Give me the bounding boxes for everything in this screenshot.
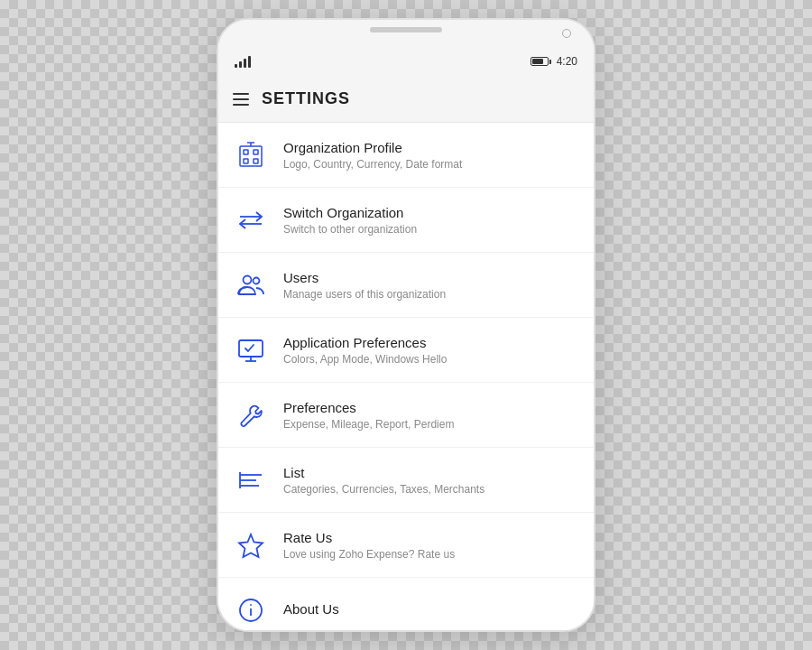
- battery-tip: [549, 60, 551, 64]
- item-text-about-us: About Us: [283, 601, 339, 619]
- status-time: 4:20: [557, 55, 577, 68]
- item-title-app-prefs: Application Preferences: [283, 335, 447, 350]
- item-text-users: Users Manage users of this organization: [283, 270, 446, 301]
- settings-item-switch-org[interactable]: Switch Organization Switch to other orga…: [218, 188, 594, 253]
- item-text-org-profile: Organization Profile Logo, Country, Curr…: [283, 140, 462, 171]
- battery-fill: [532, 59, 543, 64]
- item-text-list: List Categories, Currencies, Taxes, Merc…: [283, 465, 484, 496]
- list-icon: [235, 464, 267, 497]
- svg-point-10: [254, 277, 260, 283]
- item-title-about-us: About Us: [283, 601, 339, 617]
- phone-camera: [562, 29, 571, 38]
- item-title-switch-org: Switch Organization: [283, 205, 417, 220]
- item-subtitle-org-profile: Logo, Country, Currency, Date format: [283, 158, 462, 171]
- wrench-icon: [235, 399, 267, 432]
- signal-bar-2: [239, 61, 242, 68]
- settings-item-list[interactable]: List Categories, Currencies, Taxes, Merc…: [218, 448, 594, 513]
- settings-item-about-us[interactable]: About Us: [218, 578, 594, 630]
- phone-notch: [370, 27, 442, 32]
- hamburger-icon[interactable]: [233, 93, 249, 106]
- settings-item-preferences[interactable]: Preferences Expense, Mileage, Report, Pe…: [218, 383, 594, 448]
- monitor-icon: [235, 334, 267, 367]
- item-text-preferences: Preferences Expense, Mileage, Report, Pe…: [283, 400, 454, 431]
- hamburger-line-2: [233, 98, 249, 100]
- building-icon: [235, 139, 267, 172]
- item-subtitle-list: Categories, Currencies, Taxes, Merchants: [283, 483, 484, 496]
- phone-device: 4:20 SETTINGS: [217, 18, 595, 632]
- svg-rect-1: [244, 150, 248, 154]
- svg-marker-18: [239, 534, 263, 557]
- signal-bar-3: [244, 59, 246, 68]
- signal-icon: [235, 55, 251, 68]
- phone-content: 4:20 SETTINGS: [218, 47, 594, 630]
- item-subtitle-users: Manage users of this organization: [283, 288, 446, 301]
- settings-item-users[interactable]: Users Manage users of this organization: [218, 253, 594, 318]
- switch-icon: [235, 204, 267, 237]
- svg-rect-3: [244, 159, 248, 163]
- status-bar: 4:20: [218, 47, 594, 76]
- app-header: SETTINGS: [218, 76, 594, 123]
- svg-rect-2: [254, 150, 258, 154]
- item-subtitle-rate-us: Love using Zoho Expense? Rate us: [283, 548, 455, 561]
- svg-rect-4: [254, 159, 258, 163]
- signal-bar-1: [235, 64, 237, 68]
- item-title-org-profile: Organization Profile: [283, 140, 462, 155]
- phone-wrapper: 4:20 SETTINGS: [217, 18, 595, 632]
- item-subtitle-preferences: Expense, Mileage, Report, Perdiem: [283, 418, 454, 431]
- status-right: 4:20: [531, 55, 577, 68]
- item-text-rate-us: Rate Us Love using Zoho Expense? Rate us: [283, 530, 455, 561]
- item-text-app-prefs: Application Preferences Colors, App Mode…: [283, 335, 447, 366]
- battery-body: [531, 57, 549, 66]
- phone-top: [218, 20, 594, 47]
- app-title: SETTINGS: [262, 89, 350, 108]
- settings-list: Organization Profile Logo, Country, Curr…: [218, 123, 594, 630]
- settings-item-organization-profile[interactable]: Organization Profile Logo, Country, Curr…: [218, 123, 594, 188]
- item-subtitle-app-prefs: Colors, App Mode, Windows Hello: [283, 353, 447, 366]
- hamburger-line-3: [233, 104, 249, 106]
- item-title-preferences: Preferences: [283, 400, 454, 415]
- item-title-rate-us: Rate Us: [283, 530, 455, 545]
- svg-point-21: [251, 604, 252, 605]
- star-icon: [235, 529, 267, 562]
- item-text-switch-org: Switch Organization Switch to other orga…: [283, 205, 417, 236]
- battery-icon: [531, 57, 551, 66]
- item-title-users: Users: [283, 270, 446, 285]
- svg-point-9: [244, 275, 252, 283]
- signal-bar-4: [248, 56, 251, 68]
- item-title-list: List: [283, 465, 484, 480]
- hamburger-line-1: [233, 93, 249, 95]
- settings-item-rate-us[interactable]: Rate Us Love using Zoho Expense? Rate us: [218, 513, 594, 578]
- item-subtitle-switch-org: Switch to other organization: [283, 223, 417, 236]
- users-icon: [235, 269, 267, 302]
- info-icon: [235, 594, 267, 627]
- settings-item-app-prefs[interactable]: Application Preferences Colors, App Mode…: [218, 318, 594, 383]
